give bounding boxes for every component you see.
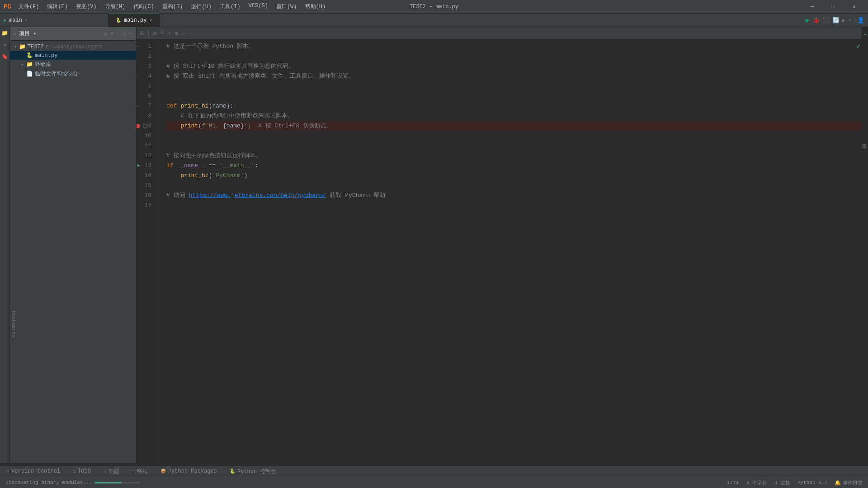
more-run-icon[interactable]: ▾ — [848, 17, 851, 23]
profile-button[interactable]: ▶ — [842, 17, 846, 24]
code-line-17 — [166, 201, 862, 211]
python-version[interactable]: Python 3.7 — [797, 480, 827, 485]
statusbar: Discovering binary modules... 17:1 4 个字符… — [0, 477, 868, 488]
menu-item-vcss[interactable]: VCS(S) — [245, 2, 272, 11]
titlebar-controls: ─ □ ✕ — [802, 0, 864, 14]
code-line-3: # 按 Shift+F10 执行或将其替换为您的代码。 — [166, 61, 862, 71]
line-num-16: 16 — [137, 191, 155, 201]
colon-13: : — [255, 161, 258, 171]
tempfiles-icon: 📄 — [26, 70, 33, 77]
collapse-header-icon[interactable]: — — [129, 30, 132, 37]
line-numbers: ▸ 1 2 3 ▸ 4 5 6 ▸ 7 8 9 — [137, 40, 159, 463]
run-button[interactable]: ▶ — [806, 16, 809, 24]
menu-item-r[interactable]: 重构(R) — [159, 2, 187, 11]
tree-item-tempfiles[interactable]: 📄 临时文件和控制台 — [10, 69, 136, 79]
indent-info[interactable]: 4 空格 — [774, 479, 790, 486]
print-hi-call: print_hi — [180, 171, 208, 181]
comment-4: # 按 双击 Shift 在所有地方搜索类、文件、工具窗口、操作和设置。 — [166, 71, 354, 81]
issues-label: 问题 — [108, 468, 119, 475]
bottom-panel: ⇄ Version Control ☑ TODO ⚠ 问题 ≡ 终端 📦 Pyt… — [0, 465, 868, 477]
menu-item-h[interactable]: 帮助(H) — [302, 2, 330, 11]
python-file-icon: 🐍 — [26, 52, 33, 59]
bottom-tab-terminal[interactable]: ≡ 终端 — [126, 466, 154, 477]
editor-area: ⊟ ⚙ ≡ ↕ ⚙ — ▸ 1 2 3 ▸ 4 5 — [137, 27, 862, 463]
folder-icon-root: 📁 — [19, 43, 26, 50]
code-line-1: # 这是一个示例 Python 脚本。 — [166, 42, 862, 52]
bookmarks-label[interactable]: Bookmarks — [10, 307, 17, 341]
gear-header-icon[interactable]: ⚙ — [123, 30, 126, 38]
code-line-16: # 访问 https://www.jetbrains.com/help/pych… — [166, 191, 862, 201]
minimize-button[interactable]: ─ — [802, 0, 823, 14]
structure-icon[interactable]: ≡ — [1, 41, 9, 49]
coverage-button[interactable]: 🔄 — [832, 17, 840, 24]
list-header-icon[interactable]: ≡ — [110, 30, 114, 37]
code-line-2 — [166, 52, 862, 61]
selection-info[interactable]: 4 个字符 — [746, 479, 767, 486]
bottom-tab-python-console[interactable]: 🐍 Python 控制台 — [223, 466, 283, 477]
line-num-14: 14 — [137, 171, 155, 181]
code-editor[interactable]: ▸ 1 2 3 ▸ 4 5 6 ▸ 7 8 9 — [137, 40, 862, 463]
editor-minimize-icon[interactable]: — — [182, 30, 185, 37]
code-line-4: # 按 双击 Shift 在所有地方搜索类、文件、工具窗口、操作和设置。 — [166, 71, 862, 81]
todo-label: TODO — [78, 468, 91, 474]
stop-button[interactable]: ⬛ — [822, 17, 830, 24]
menu-item-w[interactable]: 窗口(W) — [273, 2, 301, 11]
issues-icon: ⚠ — [104, 469, 106, 474]
menu-item-u[interactable]: 运行(U) — [187, 2, 215, 11]
fstring-9: f'Hi, — [202, 121, 223, 131]
code-line-14: print_hi('PyCharm') — [166, 171, 862, 181]
menu-item-n[interactable]: 导航(N) — [101, 2, 129, 11]
settings-header-icon[interactable]: ⚙ — [104, 30, 108, 38]
bottom-tab-issues[interactable]: ⚠ 问题 — [97, 466, 126, 477]
tree-arrow-extlibs: ▶ — [19, 62, 26, 67]
editor-tab-main-py[interactable]: 🐍 main.py ✕ — [108, 14, 160, 27]
menu-item-c[interactable]: 代码(C) — [130, 2, 158, 11]
bottom-tab-version-control[interactable]: ⇄ Version Control — [0, 466, 66, 477]
cursor-position[interactable]: 17:1 — [727, 480, 739, 485]
version-control-icon: ⇄ — [6, 469, 9, 474]
code-brace-close: } — [241, 121, 244, 131]
code-content[interactable]: # 这是一个示例 Python 脚本。 # 按 Shift+F10 执行或将其替… — [159, 40, 862, 463]
version-control-label: Version Control — [11, 468, 60, 474]
fold-all-icon[interactable]: ⊟ — [140, 30, 144, 37]
debug-button[interactable]: 🐞 — [812, 17, 820, 24]
menu-item-e[interactable]: 编辑(E) — [43, 2, 71, 11]
tree-label-root: TEST2 — [28, 44, 44, 50]
breakpoint-outline — [143, 124, 147, 128]
paren-close: ): — [226, 101, 234, 111]
sort-header-icon[interactable]: ↕ — [117, 30, 120, 37]
breakpoint-icon[interactable] — [137, 124, 140, 128]
maximize-button[interactable]: □ — [823, 0, 844, 14]
event-log[interactable]: 🔔 事件日志 — [835, 479, 863, 486]
project-icon[interactable]: 📁 — [1, 29, 9, 37]
link-pycharm[interactable]: https://www.jetbrains.com/help/pycharm/ — [189, 191, 326, 201]
editor-layout-icon[interactable]: ≡ — [160, 30, 164, 37]
tree-item-root[interactable]: ▼ 📁 TEST2 E:\W66\Python\TEST2 — [10, 42, 136, 51]
menu-item-f[interactable]: 文件(F) — [15, 2, 43, 11]
line-num-13: ▶ 13 — [137, 161, 155, 171]
run-indicator-icon: ▶ — [137, 161, 140, 171]
editor-settings-icon[interactable]: ⚙ — [153, 30, 157, 37]
menu-item-v[interactable]: 视图(V) — [72, 2, 100, 11]
bottom-tab-python-packages[interactable]: 📦 Python Packages — [154, 466, 223, 477]
editor-sort-icon[interactable]: ↕ — [167, 30, 171, 37]
titlebar-icon: PC — [4, 3, 11, 10]
tree-item-mainpy[interactable]: 🐍 main.py — [10, 51, 136, 60]
user-icon[interactable]: 👤 — [857, 17, 864, 24]
code-line-7: def print_hi(name): — [166, 101, 862, 111]
terminal-label: 终端 — [137, 468, 148, 475]
comment-12: # 按同距中的绿色按钮以运行脚本。 — [166, 151, 262, 161]
code-line-6 — [166, 91, 862, 101]
info-label[interactable]: 信息 — [859, 136, 868, 143]
tab-close-icon[interactable]: ✕ — [149, 18, 152, 23]
tree-label-extlibs: 外部库 — [35, 61, 51, 68]
line-num-10: 10 — [137, 131, 155, 141]
line-num-1: ▸ 1 — [137, 42, 155, 52]
close-button[interactable]: ✕ — [844, 0, 864, 14]
project-panel-header: ▶ 项目 ▾ ⚙ ≡ ↕ ⚙ — — [10, 27, 136, 41]
tree-item-extlibs[interactable]: ▶ 📁 外部库 — [10, 60, 136, 69]
bottom-tab-todo[interactable]: ☑ TODO — [66, 466, 97, 477]
editor-gear-icon[interactable]: ⚙ — [175, 30, 178, 37]
menu-item-t[interactable]: 工具(T) — [216, 2, 244, 11]
bookmarks-icon[interactable]: 🔖 — [1, 52, 9, 61]
